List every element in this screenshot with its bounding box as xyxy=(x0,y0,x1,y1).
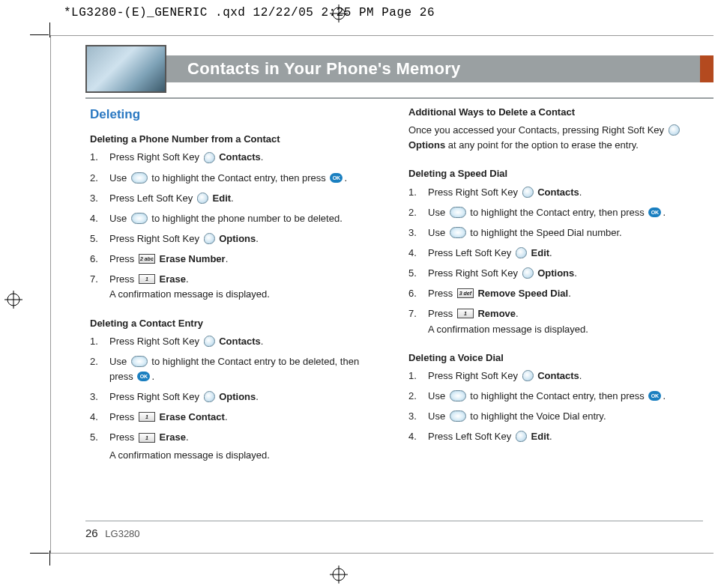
ok-icon: OK xyxy=(648,391,661,401)
header-photo xyxy=(85,45,166,93)
registration-mark-top-icon xyxy=(330,4,348,22)
key-2-icon: 2 abc xyxy=(139,254,155,264)
softkey-icon xyxy=(197,193,208,204)
section-heading-deleting: Deleting xyxy=(90,105,384,124)
registration-mark-bottom-icon xyxy=(330,566,348,584)
nav-icon xyxy=(131,172,148,184)
steps-delete-contact: Press Right Soft Key Contacts. Use to hi… xyxy=(90,334,384,446)
step-bold: Contacts xyxy=(219,151,261,163)
step: Use to highlight the Contact entry, then… xyxy=(408,389,703,404)
step-text: Press xyxy=(428,308,456,319)
step: Press 3 def Remove Speed Dial. xyxy=(408,286,703,301)
printer-mark: *LG3280-(E)_GENERIC .qxd 12/22/05 2:25 P… xyxy=(64,6,435,19)
step-text: Use xyxy=(428,207,448,218)
page-title: Contacts in Your Phone's Memory xyxy=(187,59,461,79)
softkey-icon xyxy=(669,124,680,136)
step: Press 1 Erase. xyxy=(90,430,384,445)
step-bold: Remove xyxy=(477,308,516,319)
step: Press Left Soft Key Edit. xyxy=(90,191,384,206)
step-text: Press xyxy=(428,288,456,299)
step-text: Press Left Soft Key xyxy=(109,193,196,204)
nav-icon xyxy=(131,213,148,224)
step-text: to highlight the phone number to be dele… xyxy=(149,213,343,224)
text: at any point for the option to erase the… xyxy=(445,139,639,151)
key-1-icon: 1 xyxy=(457,309,474,318)
step: Press 1 Erase Contact. xyxy=(90,410,384,425)
softkey-icon xyxy=(204,336,215,347)
softkey-icon xyxy=(516,247,527,258)
header-accent xyxy=(700,55,714,82)
step-bold: Contacts xyxy=(537,370,579,381)
footer-rule xyxy=(85,521,703,521)
step-text: to highlight the Voice Dial entry. xyxy=(468,410,606,422)
page-number: 26 xyxy=(85,527,98,539)
step: Press Right Soft Key Contacts. xyxy=(408,369,703,384)
subheading-delete-voicedial: Deleting a Voice Dial xyxy=(408,351,703,366)
text: Once you accessed your Contacts, pressin… xyxy=(408,124,667,136)
step-text: Press xyxy=(109,431,137,443)
subheading-additional-ways: Additional Ways to Delete a Contact xyxy=(408,105,703,120)
step-bold: Options xyxy=(219,391,256,402)
footer: 26 LG3280 xyxy=(85,527,140,539)
step-text: Press Left Soft Key xyxy=(428,247,514,258)
step-text: Use xyxy=(109,172,130,184)
step-bold: Erase xyxy=(159,273,185,285)
step-text: Use xyxy=(109,356,130,367)
step-text: to highlight the Contact entry, then pre… xyxy=(149,172,329,184)
subheading-delete-number: Deleting a Phone Number from a Contact xyxy=(90,132,384,147)
step: Press Right Soft Key Contacts. xyxy=(90,150,384,165)
header-bar: Contacts in Your Phone's Memory xyxy=(166,55,700,82)
crop-mark-icon xyxy=(30,553,49,554)
step-bold: Options xyxy=(219,233,256,244)
step-bold: Options xyxy=(537,267,574,279)
step-text: to highlight the Contact entry, then pre… xyxy=(468,207,648,218)
step: Use to highlight the Speed Dial number. xyxy=(408,225,703,240)
step: Press Right Soft Key Options. xyxy=(408,266,703,281)
step-text: Press Right Soft Key xyxy=(109,336,202,347)
step-text: Press Right Soft Key xyxy=(428,370,521,381)
step-text: Press xyxy=(109,253,137,264)
nav-icon xyxy=(450,410,466,422)
right-column: Additional Ways to Delete a Contact Once… xyxy=(408,105,703,517)
softkey-icon xyxy=(204,391,215,402)
step-text: to highlight the Speed Dial number. xyxy=(468,227,622,238)
left-column: Deleting Deleting a Phone Number from a … xyxy=(90,105,384,517)
step-text: A confirmation message is displayed. xyxy=(109,288,270,300)
page-frame: Contacts in Your Phone's Memory Deleting… xyxy=(50,35,714,554)
header-band: Contacts in Your Phone's Memory xyxy=(85,45,714,93)
step: Press 1 Remove.A confirmation message is… xyxy=(408,306,703,336)
step: Press 1 Erase.A confirmation message is … xyxy=(90,272,384,302)
step: Press Left Soft Key Edit. xyxy=(408,429,703,444)
step: Use to highlight the Contact entry to be… xyxy=(90,354,384,384)
nav-icon xyxy=(450,390,466,401)
nav-icon xyxy=(450,207,466,218)
step-bold: Contacts xyxy=(219,336,261,347)
softkey-icon xyxy=(204,152,215,163)
nav-icon xyxy=(450,227,466,238)
step-bold: Contacts xyxy=(537,187,579,198)
step-bold: Edit xyxy=(213,193,232,204)
step: Use to highlight the phone number to be … xyxy=(90,211,384,226)
steps-delete-number: Press Right Soft Key Contacts. Use to hi… xyxy=(90,150,384,302)
step-bold: Edit xyxy=(531,247,550,258)
key-3-icon: 3 def xyxy=(457,288,474,298)
step-text: Use xyxy=(109,213,130,224)
step-text: Use xyxy=(428,227,448,238)
step-bold: Erase Contact xyxy=(159,411,224,422)
softkey-icon xyxy=(522,267,534,279)
step: Press 2 abc Erase Number. xyxy=(90,252,384,267)
key-1-icon: 1 xyxy=(139,412,155,422)
step: Use to highlight the Contact entry, then… xyxy=(408,205,703,220)
subheading-delete-speeddial: Deleting a Speed Dial xyxy=(408,166,703,181)
step-bold: Erase xyxy=(159,431,185,443)
step-text: Press Right Soft Key xyxy=(109,233,202,244)
text-bold: Options xyxy=(408,139,445,151)
registration-mark-left-icon xyxy=(4,291,22,309)
step-bold: Edit xyxy=(531,431,550,442)
steps-delete-speeddial: Press Right Soft Key Contacts. Use to hi… xyxy=(408,185,703,337)
subheading-delete-contact: Deleting a Contact Entry xyxy=(90,316,384,331)
ok-icon: OK xyxy=(137,372,150,381)
step: Press Left Soft Key Edit. xyxy=(408,246,703,261)
softkey-icon xyxy=(516,431,527,442)
steps-delete-voicedial: Press Right Soft Key Contacts. Use to hi… xyxy=(408,369,703,445)
